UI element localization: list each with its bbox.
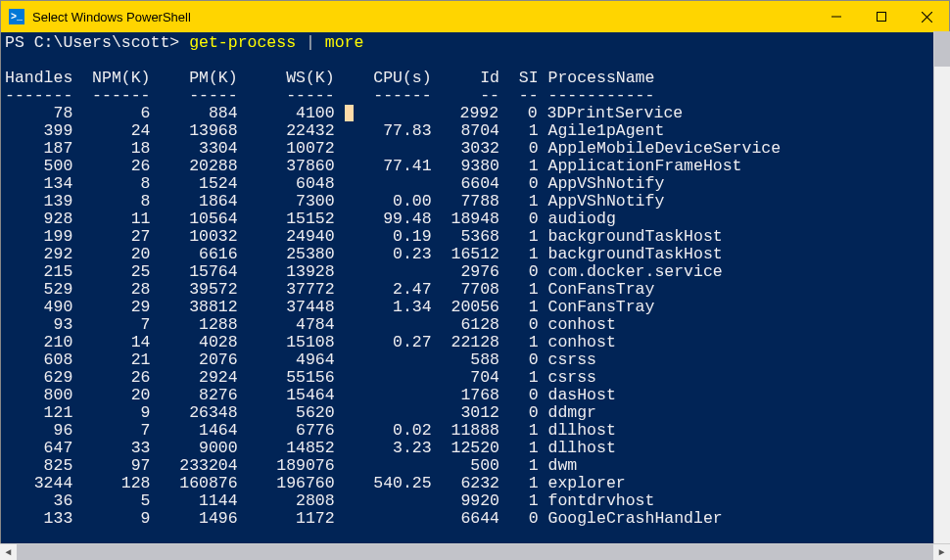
pipe-operator: |: [296, 33, 325, 52]
process-row: 647 33 9000 14852 3.23 12520 1 dllhost: [5, 440, 945, 457]
scroll-right-arrow[interactable]: ►: [933, 544, 950, 561]
maximize-button[interactable]: [859, 1, 904, 32]
process-row: 399 24 13968 22432 77.83 8704 1 Agile1pA…: [5, 122, 945, 140]
process-row: 800 20 8276 15464 1768 0 dasHost: [5, 387, 945, 404]
process-row: 199 27 10032 24940 0.19 5368 1 backgroun…: [5, 228, 945, 246]
process-row: 78 6 884 4100 2992 0 3DPrintService: [5, 105, 945, 122]
prompt-line: PS C:\Users\scott> get-process | more: [5, 34, 945, 52]
minimize-button[interactable]: [814, 1, 859, 32]
horizontal-scroll-track[interactable]: [17, 544, 933, 560]
blank-line: [5, 52, 945, 70]
process-row: 133 9 1496 1172 6644 0 GoogleCrashHandle…: [5, 510, 945, 528]
close-button[interactable]: [904, 1, 949, 32]
command-more: more: [325, 33, 364, 52]
scroll-left-arrow[interactable]: ◄: [0, 544, 17, 561]
horizontal-scroll-thumb[interactable]: [17, 544, 933, 560]
process-row: 96 7 1464 6776 0.02 11888 1 dllhost: [5, 422, 945, 440]
horizontal-scrollbar[interactable]: ◄ ►: [0, 543, 950, 560]
process-row: 36 5 1144 2808 9920 1 fontdrvhost: [5, 492, 945, 510]
prompt-path: PS C:\Users\scott>: [5, 33, 189, 52]
process-row: 928 11 10564 15152 99.48 18948 0 audiodg: [5, 210, 945, 228]
process-row: 134 8 1524 6048 6604 0 AppVShNotify: [5, 175, 945, 193]
process-row: 3244 128 160876 196760 540.25 6232 1 exp…: [5, 475, 945, 492]
console-output[interactable]: PS C:\Users\scott> get-process | more Ha…: [1, 32, 949, 559]
process-row: 93 7 1288 4784 6128 0 conhost: [5, 316, 945, 334]
header-divider: ------- ------ ----- ----- ------ -- -- …: [5, 87, 945, 105]
process-row: 139 8 1864 7300 0.00 7788 1 AppVShNotify: [5, 193, 945, 210]
vertical-scrollbar[interactable]: [933, 31, 950, 543]
command-getprocess: get-process: [189, 33, 296, 52]
process-row: 825 97 233204 189076 500 1 dwm: [5, 457, 945, 475]
window-controls: [814, 1, 949, 32]
process-row: 629 26 2924 55156 704 1 csrss: [5, 369, 945, 387]
process-row: 292 20 6616 25380 0.23 16512 1 backgroun…: [5, 246, 945, 263]
text-cursor: [345, 105, 354, 121]
vertical-scroll-thumb[interactable]: [934, 31, 950, 67]
row-left: 78 6 884 4100: [5, 104, 345, 122]
window-title: Select Windows PowerShell: [32, 10, 814, 24]
process-row: 210 14 4028 15108 0.27 22128 1 conhost: [5, 334, 945, 351]
process-row: 529 28 39572 37772 2.47 7708 1 ConFansTr…: [5, 281, 945, 299]
titlebar[interactable]: >_ Select Windows PowerShell: [1, 1, 949, 32]
column-headers: Handles NPM(K) PM(K) WS(K) CPU(s) Id SI …: [5, 70, 945, 87]
process-row: 187 18 3304 10072 3032 0 AppleMobileDevi…: [5, 140, 945, 158]
powershell-icon: >_: [9, 9, 24, 24]
process-row: 121 9 26348 5620 3012 0 ddmgr: [5, 404, 945, 422]
row-right: 2992 0 3DPrintService: [354, 104, 684, 122]
process-row: 490 29 38812 37448 1.34 20056 1 ConFansT…: [5, 299, 945, 316]
process-row: 608 21 2076 4964 588 0 csrss: [5, 351, 945, 369]
powershell-window: >_ Select Windows PowerShell PS C:\Users…: [0, 0, 950, 560]
process-row: 500 26 20288 37860 77.41 9380 1 Applicat…: [5, 158, 945, 175]
svg-rect-1: [878, 13, 886, 22]
process-row: 215 25 15764 13928 2976 0 com.docker.ser…: [5, 263, 945, 281]
